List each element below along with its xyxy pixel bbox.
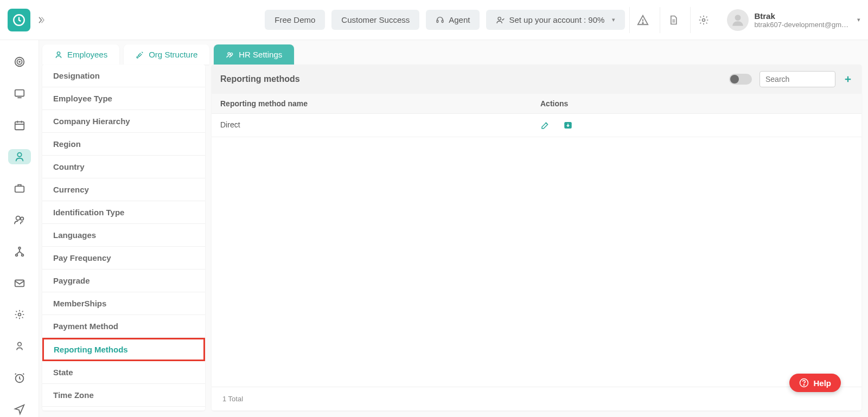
settings-item-reporting-methods[interactable]: Reporting Methods bbox=[42, 338, 205, 361]
tab-org-structure[interactable]: Org Structure bbox=[124, 44, 209, 65]
left-nav bbox=[0, 40, 39, 417]
avatar-icon bbox=[731, 13, 745, 27]
settings-item-pay-frequency[interactable]: Pay Frequency bbox=[42, 247, 205, 270]
chevron-down-icon: ▾ bbox=[612, 16, 615, 23]
setup-account-button[interactable]: Set up your account : 90% ▾ bbox=[486, 10, 625, 30]
archive-icon bbox=[563, 120, 573, 130]
table-row: Direct bbox=[212, 114, 861, 137]
help-icon bbox=[799, 378, 809, 388]
panel-title: Reporting methods bbox=[220, 74, 729, 84]
settings-item-paygrade[interactable]: Paygrade bbox=[42, 270, 205, 292]
agent-label: Agent bbox=[449, 15, 470, 24]
nav-network[interactable] bbox=[8, 244, 31, 259]
nav-settings[interactable] bbox=[8, 307, 31, 322]
panel-footer: 1 Total bbox=[212, 387, 861, 410]
chevron-down-icon: ▾ bbox=[857, 16, 860, 23]
svg-point-26 bbox=[231, 53, 233, 55]
documents-button[interactable] bbox=[660, 7, 686, 33]
navigation-icon bbox=[14, 403, 25, 415]
nav-mail[interactable] bbox=[8, 275, 31, 291]
svg-point-4 bbox=[642, 22, 643, 23]
settings-item-company-hierarchy[interactable]: Company Hierarchy bbox=[42, 110, 205, 133]
help-label: Help bbox=[813, 378, 831, 388]
svg-rect-1 bbox=[437, 20, 438, 23]
user-check-icon bbox=[496, 16, 505, 24]
settings-item-employee-type[interactable]: Employee Type bbox=[42, 87, 205, 110]
column-actions: Actions bbox=[540, 99, 853, 108]
free-demo-button[interactable]: Free Demo bbox=[265, 10, 325, 30]
tab-label: Employees bbox=[67, 50, 107, 59]
edit-icon bbox=[540, 120, 550, 130]
nav-dashboard[interactable] bbox=[8, 54, 31, 69]
svg-rect-11 bbox=[15, 121, 24, 130]
svg-point-15 bbox=[20, 217, 23, 221]
svg-rect-10 bbox=[15, 90, 24, 97]
tab-employees[interactable]: Employees bbox=[42, 44, 119, 65]
archive-button[interactable] bbox=[563, 120, 573, 130]
expand-sidebar-icon[interactable] bbox=[36, 15, 46, 25]
edit-button[interactable] bbox=[540, 120, 550, 130]
settings-item-region[interactable]: Region bbox=[42, 133, 205, 156]
nav-screen[interactable] bbox=[8, 86, 31, 101]
warning-icon bbox=[637, 14, 649, 26]
settings-list: DesignationEmployee TypeCompany Hierarch… bbox=[42, 65, 205, 410]
add-button[interactable] bbox=[843, 74, 853, 84]
svg-point-3 bbox=[498, 17, 501, 20]
person-icon bbox=[14, 341, 25, 351]
archive-toggle[interactable] bbox=[729, 74, 752, 85]
calendar-icon bbox=[14, 119, 25, 131]
user-menu[interactable]: Btrak btrak607-development@gm… ▾ bbox=[723, 9, 860, 31]
help-button[interactable]: Help bbox=[789, 374, 841, 392]
user-email: btrak607-development@gm… bbox=[754, 21, 848, 29]
svg-point-12 bbox=[17, 153, 21, 157]
rows-container: Direct bbox=[212, 114, 861, 137]
user-name: Btrak bbox=[754, 11, 848, 21]
table-header: Reporting method name Actions bbox=[212, 94, 861, 114]
plus-icon bbox=[843, 74, 853, 84]
top-bar: Free Demo Customer Success Agent Set up … bbox=[0, 0, 868, 40]
nav-calendar[interactable] bbox=[8, 118, 31, 133]
panel-reporting-methods: Reporting methods Reporting method name … bbox=[212, 65, 861, 410]
svg-point-21 bbox=[17, 343, 21, 347]
body-columns: DesignationEmployee TypeCompany Hierarch… bbox=[42, 65, 861, 410]
settings-item-designation[interactable]: Designation bbox=[42, 65, 205, 87]
gear-icon bbox=[14, 309, 25, 320]
agent-button[interactable]: Agent bbox=[426, 10, 480, 30]
settings-item-identification-type[interactable]: Identification Type bbox=[42, 201, 205, 224]
search-input[interactable] bbox=[760, 71, 835, 87]
svg-point-17 bbox=[15, 254, 17, 256]
svg-rect-2 bbox=[442, 20, 444, 23]
svg-rect-13 bbox=[15, 186, 24, 192]
settings-item-payment-method[interactable]: Payment Method bbox=[42, 315, 205, 338]
svg-point-24 bbox=[137, 56, 138, 58]
nav-profile[interactable] bbox=[8, 338, 31, 354]
svg-point-18 bbox=[21, 254, 23, 256]
settings-button[interactable] bbox=[690, 7, 716, 33]
setup-account-label: Set up your account : 90% bbox=[509, 15, 604, 24]
settings-item-currency[interactable]: Currency bbox=[42, 178, 205, 201]
tab-hr-settings[interactable]: HR Settings bbox=[214, 44, 294, 65]
brand-logo bbox=[8, 9, 30, 31]
settings-item-languages[interactable]: Languages bbox=[42, 224, 205, 247]
cell-name: Direct bbox=[220, 120, 540, 130]
alerts-button[interactable] bbox=[629, 7, 655, 33]
customer-success-label: Customer Success bbox=[341, 15, 410, 24]
nav-location[interactable] bbox=[8, 402, 31, 417]
settings-item-state[interactable]: State bbox=[42, 361, 205, 384]
nav-people[interactable] bbox=[8, 149, 31, 164]
settings-item-memberships[interactable]: MemberShips bbox=[42, 292, 205, 315]
svg-rect-19 bbox=[15, 280, 24, 286]
nav-user-group[interactable] bbox=[8, 212, 31, 227]
svg-point-6 bbox=[735, 15, 741, 21]
nav-briefcase[interactable] bbox=[8, 181, 31, 196]
briefcase-icon bbox=[14, 182, 25, 194]
svg-point-20 bbox=[18, 313, 21, 316]
svg-point-25 bbox=[228, 53, 230, 55]
settings-item-time-zone[interactable]: Time Zone bbox=[42, 384, 205, 407]
user-text: Btrak btrak607-development@gm… bbox=[754, 11, 848, 29]
clock-icon bbox=[12, 13, 26, 27]
nav-timer[interactable] bbox=[8, 370, 31, 386]
customer-success-button[interactable]: Customer Success bbox=[331, 10, 419, 30]
settings-item-country[interactable]: Country bbox=[42, 156, 205, 178]
tools-icon bbox=[136, 50, 144, 59]
